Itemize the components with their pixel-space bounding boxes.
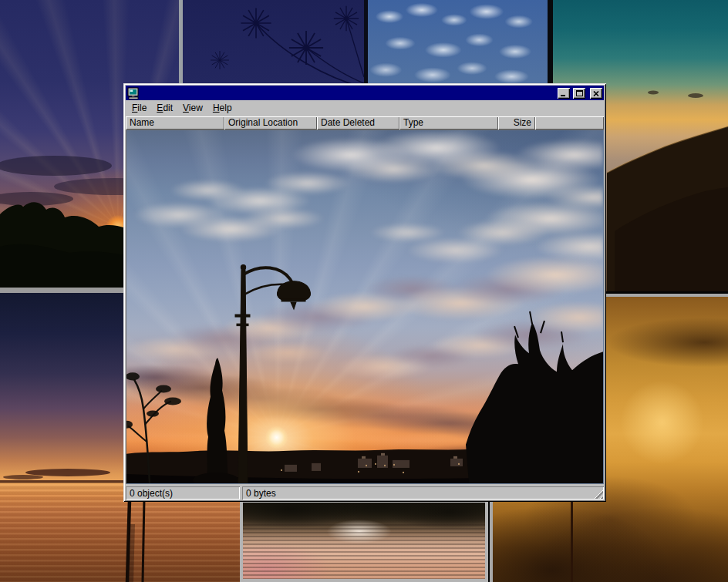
desktop: File Edit View Help Name Original Locati…	[0, 0, 728, 582]
photo-gap	[179, 0, 183, 83]
menu-item-edit[interactable]: Edit	[152, 101, 178, 116]
minimize-button[interactable]	[558, 88, 570, 99]
maximize-icon	[576, 90, 583, 96]
computer-icon	[127, 87, 140, 99]
menu-item-file[interactable]: File	[127, 101, 152, 116]
resize-grip[interactable]	[593, 489, 603, 499]
recycle-bin-window: File Edit View Help Name Original Locati…	[123, 83, 606, 502]
file-list-area[interactable]	[126, 130, 604, 484]
bg-f-ripples	[243, 524, 485, 579]
column-header-date-deleted[interactable]: Date Deleted	[317, 116, 399, 130]
photo-gap	[364, 0, 368, 83]
photo-cypress-tree	[207, 358, 228, 483]
column-header-name[interactable]: Name	[126, 116, 224, 130]
column-header-type[interactable]: Type	[399, 116, 498, 130]
listview-background-photo	[126, 130, 603, 483]
column-headers: Name Original Location Date Deleted Type…	[126, 116, 604, 130]
close-icon	[593, 91, 599, 96]
bg-photo-cloud-flecks	[368, 0, 548, 83]
minimize-icon	[561, 91, 567, 96]
status-object-count: 0 object(s)	[126, 486, 240, 500]
bg-photo-water-reflections	[240, 500, 488, 582]
photo-gap	[548, 0, 553, 83]
menu-item-help[interactable]: Help	[208, 101, 238, 116]
status-size: 0 bytes	[242, 486, 604, 500]
column-header-size[interactable]: Size	[498, 116, 535, 130]
status-size-text: 0 bytes	[246, 488, 276, 499]
photo-silhouettes	[126, 130, 603, 483]
menu-item-view[interactable]: View	[178, 101, 208, 116]
maximize-button[interactable]	[573, 88, 585, 99]
menubar: File Edit View Help	[126, 100, 604, 116]
column-header-blank[interactable]	[535, 116, 604, 130]
bg-h-pole-silhouette	[571, 501, 573, 582]
window-titlebar[interactable]	[126, 86, 604, 100]
close-button[interactable]	[590, 88, 602, 99]
column-header-original-location[interactable]: Original Location	[224, 116, 317, 130]
photo-right-trees	[466, 322, 603, 483]
statusbar: 0 object(s) 0 bytes	[126, 484, 604, 500]
